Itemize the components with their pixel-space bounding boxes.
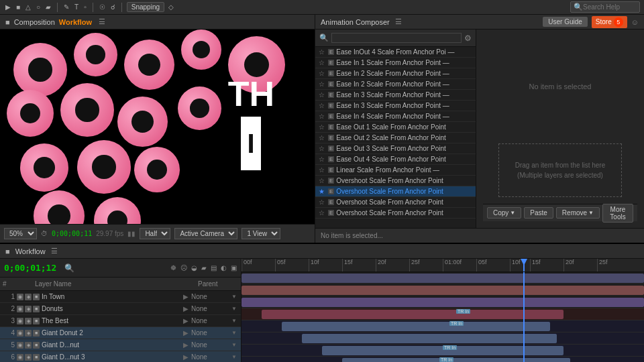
toolbar-move-icon[interactable]: △ [24,3,32,11]
view-select[interactable]: 1 View [241,228,280,239]
layer-eye-icon-2[interactable]: ◉ [17,318,23,324]
account-icon[interactable]: ☺ [631,18,639,26]
star-icon-0[interactable]: ☆ [317,48,326,56]
layer-solo-icon-5[interactable]: ◈ [25,354,32,361]
layer-eye-icon-3[interactable]: ◉ [17,330,23,337]
layer-lock-icon-0[interactable]: ■ [33,294,40,300]
layer-row-3[interactable]: 3 ◉ ◈ ■ The Best ▶ None ▼ [0,315,241,327]
layer-expand-3[interactable]: ▼ [231,330,239,336]
layer-row-6[interactable]: 6 ◉ ◈ ■ Giant D...nut 3 ▶ None ▼ [0,351,241,362]
layer-collapse-3[interactable]: ▶ [180,329,191,337]
star-icon-4[interactable]: ☆ [317,91,326,99]
layer-lock-icon-4[interactable]: ■ [33,342,40,349]
layer-eye-icon-5[interactable]: ◉ [17,354,23,361]
layer-lock-icon-5[interactable]: ■ [33,354,40,361]
anim-list-item-1[interactable]: ☆ E Ease In 1 Scale From Anchor Point — [315,58,476,68]
anim-search-input[interactable] [331,33,462,43]
zoom-select[interactable]: 50% [4,228,37,239]
layer-eye-icon-4[interactable]: ◉ [17,342,23,349]
layer-solo-icon-3[interactable]: ◈ [25,330,32,337]
anim-list-item-6[interactable]: ☆ E Ease In 4 Scale From Anchor Point — [315,111,476,122]
anim-list-item-13[interactable]: ★ E Overshoot Scale From Anchor Point [315,186,476,197]
star-icon-5[interactable]: ☆ [317,102,326,109]
remove-button[interactable]: Remove ▼ [556,207,600,219]
search-layers-icon[interactable]: 🔍 [64,263,74,273]
layer-solo-icon-1[interactable]: ◈ [25,306,32,312]
drop-area[interactable]: Drag an item from the list here(Multiple… [498,143,622,197]
layer-row-4[interactable]: 4 ◉ ◈ ■ Giant Donut 2 ▶ None ▼ [0,327,241,339]
search-input[interactable] [583,3,637,11]
layer-solo-icon-4[interactable]: ◈ [25,342,32,349]
layer-expand-2[interactable]: ▼ [231,318,239,324]
store-button[interactable]: Store 5 [592,16,627,28]
timeline-tool-3[interactable]: ◒ [191,264,197,272]
star-icon-2[interactable]: ☆ [317,70,326,77]
toolbar-arrow-icon[interactable]: ▶ [4,3,12,11]
anim-list-item-7[interactable]: ☆ E Ease Out 1 Scale From Anchor Point [315,122,476,133]
anim-list-item-0[interactable]: ☆ E Ease InOut 4 Scale From Anchor Poi — [315,47,476,58]
layer-collapse-1[interactable]: ▶ [180,305,191,312]
layer-expand-4[interactable]: ▼ [231,342,239,348]
timeline-menu-icon[interactable]: ☰ [51,247,58,255]
layer-lock-icon-1[interactable]: ■ [33,306,40,312]
anim-list-item-5[interactable]: ☆ E Ease In 3 Scale From Anchor Point — [315,101,476,111]
star-icon-7[interactable]: ☆ [317,123,326,131]
layer-row-1[interactable]: 1 ◉ ◈ ■ In Town ▶ None ▼ [0,291,241,303]
layer-expand-0[interactable]: ▼ [231,294,239,300]
layer-lock-icon-3[interactable]: ■ [33,330,40,337]
timeline-tool-5[interactable]: ▤ [211,264,217,272]
layer-expand-1[interactable]: ▼ [231,306,239,312]
star-icon-11[interactable]: ☆ [317,166,326,174]
star-icon-9[interactable]: ☆ [317,145,326,152]
toolbar-camera-icon[interactable]: ▰ [44,3,52,11]
toolbar-pen-icon[interactable]: ✎ [62,3,70,11]
star-icon-3[interactable]: ☆ [317,80,326,88]
timeline-tool-1[interactable]: ☸ [170,264,176,272]
layer-solo-icon-2[interactable]: ◈ [25,318,32,324]
star-icon-1[interactable]: ☆ [317,59,326,66]
snapping-button[interactable]: Snapping [127,2,164,12]
layer-lock-icon-2[interactable]: ■ [33,318,40,324]
timeline-tool-4[interactable]: ▰ [201,264,207,272]
star-icon-8[interactable]: ☆ [317,134,326,141]
anim-list-item-14[interactable]: ☆ E Overshoot Scale From Anchor Point [315,197,476,208]
toolbar-roto-icon[interactable]: ☉ [98,3,107,11]
toolbar-snap-icon[interactable]: ◇ [167,3,175,11]
anim-list-item-2[interactable]: ☆ E Ease In 2 Scale From Anchor Point — [315,68,476,79]
more-tools-button[interactable]: More Tools [602,204,633,223]
camera-select[interactable]: Active Camera [174,228,237,239]
anim-list-item-3[interactable]: ☆ E Ease In 2 Scale From Anchor Point — [315,79,476,90]
timeline-tool-7[interactable]: ▣ [231,264,237,272]
paste-button[interactable]: Paste [524,207,553,219]
layer-collapse-4[interactable]: ▶ [180,341,191,349]
layer-row-2[interactable]: 2 ◉ ◈ ■ Donuts ▶ None ▼ [0,303,241,315]
quality-select[interactable]: Half [140,228,170,239]
toolbar-text-icon[interactable]: T [73,3,80,11]
anim-list-item-4[interactable]: ☆ E Ease In 3 Scale From Anchor Point — [315,90,476,101]
anim-list-item-10[interactable]: ☆ E Ease Out 4 Scale From Anchor Point [315,154,476,165]
anim-list-item-9[interactable]: ☆ E Ease Out 3 Scale From Anchor Point [315,143,476,154]
star-icon-14[interactable]: ☆ [317,198,326,206]
comp-menu-icon[interactable]: ☰ [99,17,105,26]
anim-list-item-11[interactable]: ☆ E Linear Scale From Anchor Point — [315,165,476,176]
layer-collapse-5[interactable]: ▶ [180,353,191,361]
toolbar-puppet-icon[interactable]: ☌ [109,3,117,11]
copy-button[interactable]: Copy ▼ [487,207,521,219]
layer-expand-5[interactable]: ▼ [231,354,239,360]
layer-solo-icon-0[interactable]: ◈ [25,294,32,300]
layer-collapse-0[interactable]: ▶ [180,293,191,300]
anim-list-item-12[interactable]: ☆ E Overshoot Scale From Anchor Point [315,176,476,186]
settings-icon[interactable]: ⚙ [464,34,472,43]
star-icon-15[interactable]: ☆ [317,209,326,217]
star-icon-6[interactable]: ☆ [317,113,326,120]
user-guide-button[interactable]: User Guide [543,17,588,27]
star-icon-12[interactable]: ☆ [317,177,326,184]
toolbar-shape-icon[interactable]: ▫ [83,3,88,11]
layer-collapse-2[interactable]: ▶ [180,317,191,324]
star-icon-10[interactable]: ☆ [317,156,326,163]
star-icon-13[interactable]: ★ [317,188,326,195]
anim-menu-icon[interactable]: ☰ [395,17,402,26]
timeline-tool-2[interactable]: ☹ [180,264,187,272]
anim-list-item-15[interactable]: ☆ E Overshoot Scale From Anchor Point [315,208,476,219]
toolbar-select-icon[interactable]: ■ [15,3,21,11]
